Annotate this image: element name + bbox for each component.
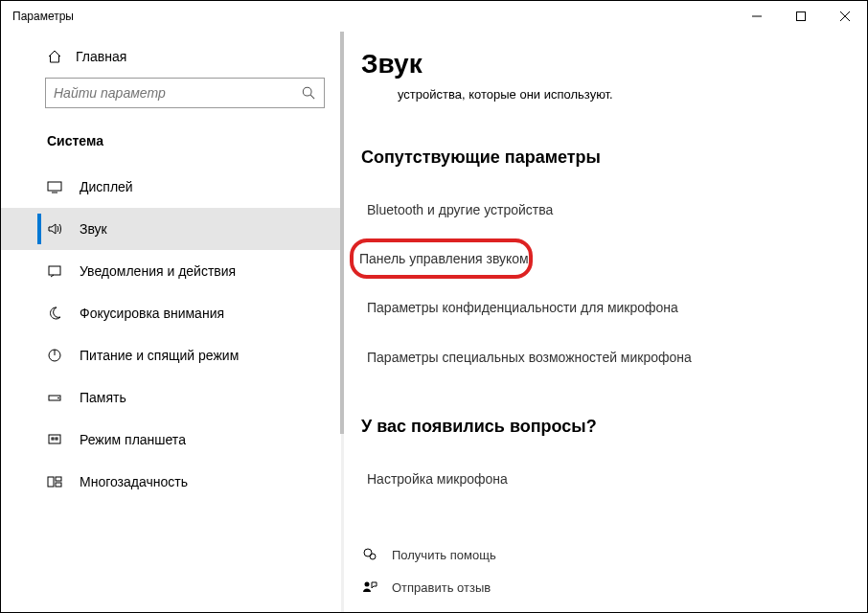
sidebar-item-label: Память [80,390,126,405]
scrollbar-thumb[interactable] [340,32,344,434]
related-heading: Сопутствующие параметры [355,148,838,168]
svg-rect-13 [49,435,60,443]
link-mic-privacy[interactable]: Параметры конфиденциальности для микрофо… [361,290,678,325]
sidebar-item-label: Звук [80,221,107,237]
sidebar-item-tablet[interactable]: Режим планшета [1,419,342,461]
link-sound-panel[interactable]: Панель управления звуком [359,251,529,266]
sidebar-item-power[interactable]: Питание и спящий режим [1,334,342,376]
svg-point-4 [303,87,311,96]
home-label: Главная [76,49,126,64]
get-help-link[interactable]: Получить помощь [355,538,838,571]
svg-rect-14 [52,438,54,440]
main-content: Звук устройства, которые они используют.… [342,32,867,612]
nav-list: Дисплей Звук Уведомления и действия Фоку… [1,166,342,503]
multitask-icon [47,474,62,489]
search-box[interactable] [45,78,325,108]
svg-rect-17 [56,477,61,481]
svg-rect-15 [56,438,57,440]
sidebar-item-display[interactable]: Дисплей [1,166,342,208]
page-title: Звук [355,49,838,79]
window-controls [735,1,867,32]
sidebar-item-label: Уведомления и действия [80,263,236,279]
svg-rect-6 [48,182,61,191]
window-title: Параметры [12,10,74,23]
questions-links: Настройка микрофона [355,454,838,504]
sidebar-item-storage[interactable]: Память [1,376,342,419]
sidebar-item-sound[interactable]: Звук [1,208,342,250]
feedback-label: Отправить отзыв [392,580,491,595]
svg-rect-16 [48,477,54,487]
help-icon [361,546,378,563]
home-link[interactable]: Главная [1,39,342,74]
power-icon [47,348,62,363]
link-mic-accessibility[interactable]: Параметры специальных возможностей микро… [361,340,692,375]
sidebar-item-multitask[interactable]: Многозадачность [1,461,342,503]
sidebar-item-label: Режим планшета [80,432,186,447]
questions-heading: У вас появились вопросы? [355,417,838,437]
notifications-icon [47,263,62,279]
feedback-icon [361,579,378,596]
search-icon [301,85,316,101]
svg-point-21 [365,582,370,587]
link-bluetooth[interactable]: Bluetooth и другие устройства [361,193,553,227]
search-input[interactable] [54,85,301,101]
sidebar-item-label: Многозадачность [80,474,188,489]
tablet-icon [47,432,62,447]
close-button[interactable] [823,1,867,32]
sound-icon [47,221,62,237]
sidebar-item-label: Питание и спящий режим [80,348,239,363]
storage-icon [47,390,62,405]
sidebar: Главная Система Дисплей Звук [1,32,342,612]
focus-icon [47,306,62,321]
display-icon [47,179,62,194]
svg-rect-8 [49,266,60,275]
svg-point-20 [370,554,376,559]
home-icon [47,49,62,64]
sidebar-section-title: Система [1,120,342,166]
sidebar-item-label: Дисплей [80,179,133,194]
related-links: Bluetooth и другие устройства Панель упр… [355,185,838,382]
svg-point-12 [58,397,59,398]
svg-rect-1 [797,12,806,21]
link-mic-setup[interactable]: Настройка микрофона [361,462,508,496]
minimize-button[interactable] [735,1,779,32]
highlight-box: Панель управления звуком [350,238,533,279]
page-subtitle: устройства, которые они используют. [355,87,838,102]
feedback-link[interactable]: Отправить отзыв [355,571,838,603]
titlebar: Параметры [1,1,867,32]
sidebar-item-focus[interactable]: Фокусировка внимания [1,292,342,334]
maximize-button[interactable] [779,1,823,32]
svg-line-5 [310,95,314,99]
svg-rect-18 [56,483,61,487]
get-help-label: Получить помощь [392,548,496,562]
sidebar-item-label: Фокусировка внимания [80,306,224,321]
sidebar-item-notifications[interactable]: Уведомления и действия [1,250,342,292]
